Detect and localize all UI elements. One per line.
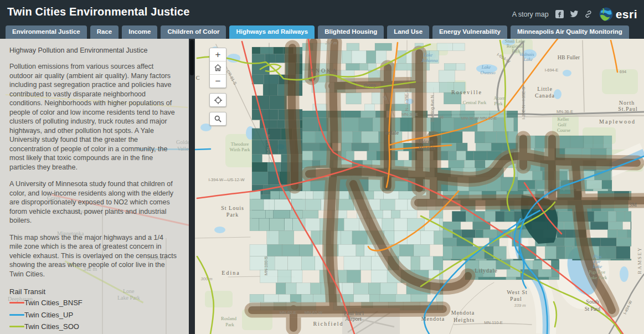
search-icon [214, 115, 222, 123]
svg-text:Theodore: Theodore [231, 141, 249, 147]
svg-text:Lake: Lake [481, 64, 491, 70]
tab-bar: Environmental Justice Race Income Childr… [6, 24, 629, 39]
svg-text:Owasso: Owasso [481, 70, 496, 75]
svg-text:Lake Park: Lake Park [588, 275, 607, 280]
legend-title: Rail Transit [9, 287, 178, 296]
esri-logo[interactable]: esri [599, 7, 637, 22]
svg-text:Mendota: Mendota [451, 310, 475, 316]
svg-text:Acorn: Acorn [493, 95, 506, 101]
twitter-icon[interactable] [570, 10, 579, 19]
legend-item: Twin Cities_UP [9, 309, 178, 321]
tab[interactable]: Highways and Railways [229, 25, 315, 39]
svg-text:Rosland: Rosland [221, 316, 237, 321]
svg-text:Park: Park [226, 212, 239, 218]
zoom-in-button[interactable]: + [210, 48, 226, 61]
svg-text:300 m: 300 m [201, 276, 213, 281]
tab[interactable]: Blighted Housing [318, 25, 384, 39]
esri-globe-icon [599, 7, 614, 22]
svg-text:thony: thony [364, 82, 377, 88]
svg-text:297 m: 297 m [325, 40, 337, 45]
app-header: Twin Cities Environmental Justice A stor… [0, 0, 644, 39]
svg-text:Edina: Edina [221, 270, 240, 276]
svg-text:MN-110-E: MN-110-E [484, 320, 503, 325]
svg-text:Lake: Lake [423, 52, 433, 58]
home-icon [214, 64, 222, 72]
svg-text:MN-62-E: MN-62-E [280, 310, 296, 315]
content: GoldenValleyWayzataMinnetonkaHopkins342 … [0, 39, 644, 334]
svg-text:Keller: Keller [557, 116, 569, 122]
share-link-icon[interactable] [584, 10, 593, 19]
tab[interactable]: Energy Vulnerability [432, 25, 507, 39]
svg-text:3M: 3M [629, 202, 637, 208]
facebook-icon[interactable] [555, 10, 564, 19]
svg-text:North: North [619, 100, 635, 106]
sidebar-scrollbar [189, 39, 195, 334]
sidebar-paragraph-2: A University of Minnesota study found th… [9, 179, 178, 225]
svg-text:MN-62-W: MN-62-W [305, 310, 323, 315]
search-button[interactable] [209, 112, 226, 126]
svg-text:I-394-W—US-12-W: I-394-W—US-12-W [208, 177, 245, 182]
svg-text:West St: West St [507, 289, 528, 295]
svg-text:Lake: Lake [593, 264, 602, 269]
map-canvas[interactable]: ANOKAthonyerdaleFalconHeightsTheodoreWir… [195, 39, 644, 334]
svg-text:erdale: erdale [385, 130, 399, 136]
legend-item: Twin Cities_BNSF [9, 297, 178, 309]
svg-text:MN-36-W-MN-36-E: MN-36-W-MN-36-E [461, 116, 497, 121]
locate-icon [214, 96, 223, 105]
svg-text:Course: Course [557, 127, 570, 133]
svg-text:MN-100-N: MN-100-N [266, 135, 271, 154]
tab[interactable]: Income [122, 25, 157, 39]
svg-text:Snelling Ave N: Snelling Ave N [430, 95, 435, 122]
svg-text:Maplewood: Maplewood [599, 119, 636, 125]
legend-item-label: Twin Cities_UP [24, 311, 73, 319]
svg-text:C: C [196, 75, 200, 81]
svg-text:Golf: Golf [558, 122, 566, 127]
sidebar-content: Highway Pollution and Environmental Just… [0, 39, 189, 334]
tab[interactable]: Children of Color [161, 25, 226, 39]
svg-text:Johanna: Johanna [421, 58, 437, 63]
svg-text:Wirth Park: Wirth Park [229, 147, 250, 152]
tab[interactable]: Minneapolis Air Quality Monitoring [511, 25, 629, 39]
svg-text:Mendota: Mendota [421, 316, 445, 322]
svg-text:MN-36-E: MN-36-E [401, 112, 418, 117]
svg-text:St Paul: St Paul [585, 306, 601, 312]
svg-text:Airport: Airport [345, 316, 362, 322]
home-button[interactable] [210, 61, 226, 75]
svg-text:694: 694 [620, 69, 627, 74]
zoom-out-button[interactable]: − [210, 75, 226, 88]
svg-text:Heights: Heights [454, 317, 475, 323]
sidebar-paragraph-3: This map shows the the major highways an… [9, 233, 178, 279]
legend-item-label: Twin Cities_BNSF [24, 299, 83, 307]
header-right: A story map esri [512, 7, 637, 22]
sidebar-heading: Highway Pollution and Environmental Just… [9, 47, 178, 54]
svg-text:Park: Park [225, 322, 234, 327]
tab[interactable]: Environmental Justice [6, 25, 87, 39]
svg-text:HB Fuller: HB Fuller [558, 54, 580, 60]
svg-text:I-35E-N—I-35E-S: I-35E-N—I-35E-S [521, 87, 526, 120]
tab[interactable]: Race [90, 25, 119, 39]
story-map-label: A story map [512, 11, 549, 18]
page-title: Twin Cities Environmental Justice [7, 6, 190, 18]
svg-text:N—I-35E-S: N—I-35E-S [404, 90, 409, 111]
map-svg: ANOKAthonyerdaleFalconHeightsTheodoreWir… [195, 39, 644, 334]
svg-text:36: 36 [439, 115, 444, 120]
svg-text:St.Paul: St.Paul [618, 106, 638, 112]
legend-item-label: Twin Cities_SOO [24, 322, 79, 331]
scrollbar-thumb[interactable] [190, 40, 194, 75]
svg-text:Richfield: Richfield [313, 321, 343, 327]
svg-text:RAMSEY: RAMSEY [637, 246, 642, 274]
svg-text:Pigs Eye: Pigs Eye [589, 269, 605, 275]
legend-line-swatch [9, 314, 24, 316]
svg-text:Falcon: Falcon [418, 138, 433, 145]
svg-text:Roseville: Roseville [451, 89, 482, 95]
legend-item: Twin Cities_SOO [9, 321, 178, 333]
svg-text:I-694-E: I-694-E [545, 68, 559, 73]
svg-text:South: South [586, 299, 599, 305]
sidebar-panel: GoldenValleyWayzataMinnetonkaHopkins342 … [0, 39, 189, 334]
locate-button[interactable] [209, 93, 226, 107]
svg-text:MN-100-S: MN-100-S [264, 256, 269, 275]
tab[interactable]: Land Use [387, 25, 429, 39]
svg-text:Canada: Canada [535, 93, 555, 99]
sidebar-paragraph-1: Pollution emissions from various sources… [9, 62, 178, 172]
legend-list: Twin Cities_BNSF Twin Cities_UP Twin Cit… [9, 297, 178, 334]
